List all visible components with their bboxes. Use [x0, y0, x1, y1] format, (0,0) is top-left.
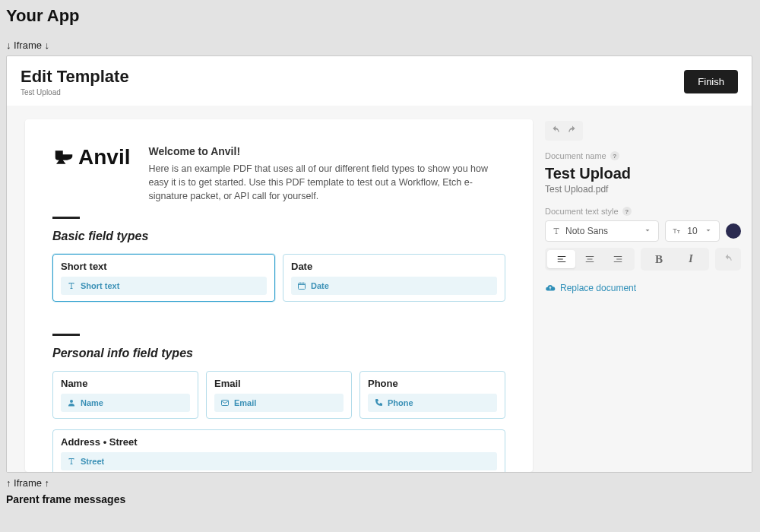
italic-button[interactable]: I: [675, 250, 707, 268]
anvil-logo-icon: [52, 146, 75, 169]
field-date[interactable]: Date Date: [283, 254, 505, 302]
field-email[interactable]: Email Email: [206, 371, 352, 419]
properties-panel: Document name ? Test Upload Test Upload.…: [545, 119, 741, 472]
doc-name-label: Document name ?: [545, 151, 741, 160]
undo-icon: [550, 125, 561, 136]
text-icon: [67, 457, 76, 466]
text-icon: [552, 226, 561, 236]
text-size-icon: [672, 226, 681, 236]
field-name[interactable]: Name Name: [52, 371, 198, 419]
svg-rect-0: [299, 283, 306, 290]
iframe-label-top: ↓ Iframe ↓: [6, 40, 754, 51]
field-phone[interactable]: Phone Phone: [359, 371, 505, 419]
redo-button[interactable]: [564, 123, 581, 138]
calendar-icon: [297, 281, 306, 290]
document-preview: Anvil Welcome to Anvil! Here is an examp…: [25, 119, 533, 472]
field-placeholder: Phone: [388, 398, 413, 407]
field-label: Name: [61, 378, 190, 389]
align-right-icon: [613, 254, 623, 264]
redo-icon: [567, 125, 578, 136]
parent-frame-messages-heading: Parent frame messages: [6, 493, 754, 505]
app-title: Your App: [6, 6, 754, 26]
field-label: Phone: [368, 378, 497, 389]
field-placeholder: Date: [311, 281, 329, 290]
field-short-text[interactable]: Short text Short text: [52, 254, 275, 302]
welcome-body: Here is an example PDF that uses all of …: [148, 162, 505, 203]
font-family-select[interactable]: Noto Sans: [545, 220, 659, 242]
page-subtitle: Test Upload: [21, 88, 129, 97]
chevron-down-icon: [704, 226, 713, 237]
section-personal-title: Personal info field types: [52, 347, 505, 360]
align-left-button[interactable]: [547, 250, 575, 268]
replace-document-link[interactable]: Replace document: [545, 283, 741, 293]
workspace: Anvil Welcome to Anvil! Here is an examp…: [7, 106, 752, 472]
iframe-content: Edit Template Test Upload Finish Anvil W…: [6, 55, 752, 473]
align-left-icon: [556, 254, 567, 264]
field-input-date[interactable]: Date: [291, 277, 497, 295]
undo-button[interactable]: [547, 123, 564, 138]
field-placeholder: Email: [234, 398, 256, 407]
text-style-label: Document text style ?: [545, 207, 741, 216]
logo-text: Anvil: [78, 145, 130, 169]
doc-name-value[interactable]: Test Upload: [545, 165, 741, 182]
field-placeholder: Name: [81, 398, 103, 407]
chevron-down-icon: [643, 226, 652, 237]
field-input-name[interactable]: Name: [61, 394, 190, 412]
reset-group: [715, 248, 741, 271]
field-address-street[interactable]: Address • Street Street: [52, 429, 505, 472]
field-input-email[interactable]: Email: [214, 394, 344, 412]
welcome-title: Welcome to Anvil!: [148, 145, 505, 157]
header: Edit Template Test Upload Finish: [7, 56, 752, 106]
field-placeholder: Short text: [81, 281, 119, 290]
field-input-street[interactable]: Street: [61, 452, 497, 470]
person-icon: [67, 398, 76, 407]
divider: [52, 334, 80, 336]
text-icon: [67, 281, 76, 290]
anvil-logo: Anvil: [52, 145, 130, 169]
reset-style-button[interactable]: [717, 250, 739, 268]
field-placeholder: Street: [81, 457, 104, 466]
doc-file-name: Test Upload.pdf: [545, 184, 741, 195]
field-label: Address • Street: [61, 436, 497, 448]
field-label: Email: [214, 378, 344, 389]
section-basic-title: Basic field types: [52, 230, 505, 243]
align-group: [545, 248, 635, 271]
text-color-swatch[interactable]: [726, 223, 741, 239]
replace-document-label: Replace document: [560, 283, 636, 293]
field-input-short-text[interactable]: Short text: [61, 277, 267, 295]
font-family-value: Noto Sans: [565, 226, 638, 236]
format-group: B I: [641, 248, 709, 271]
align-center-button[interactable]: [575, 250, 603, 268]
field-label: Short text: [61, 261, 267, 272]
font-size-value: 10: [687, 226, 697, 236]
help-icon[interactable]: ?: [622, 207, 632, 216]
page-title: Edit Template: [21, 67, 129, 87]
mail-icon: [220, 398, 230, 407]
cloud-upload-icon: [545, 283, 556, 293]
align-center-icon: [584, 254, 595, 264]
history-controls: [545, 121, 583, 141]
iframe-label-bottom: ↑ Iframe ↑: [6, 477, 754, 489]
field-label: Date: [291, 261, 497, 272]
bold-button[interactable]: B: [643, 250, 675, 268]
reset-icon: [723, 254, 733, 264]
field-input-phone[interactable]: Phone: [368, 394, 497, 412]
font-size-select[interactable]: 10: [665, 220, 720, 242]
svg-point-1: [70, 400, 73, 403]
align-right-button[interactable]: [604, 250, 632, 268]
divider: [52, 217, 80, 219]
help-icon[interactable]: ?: [610, 151, 619, 160]
finish-button[interactable]: Finish: [684, 70, 738, 93]
phone-icon: [374, 398, 383, 407]
